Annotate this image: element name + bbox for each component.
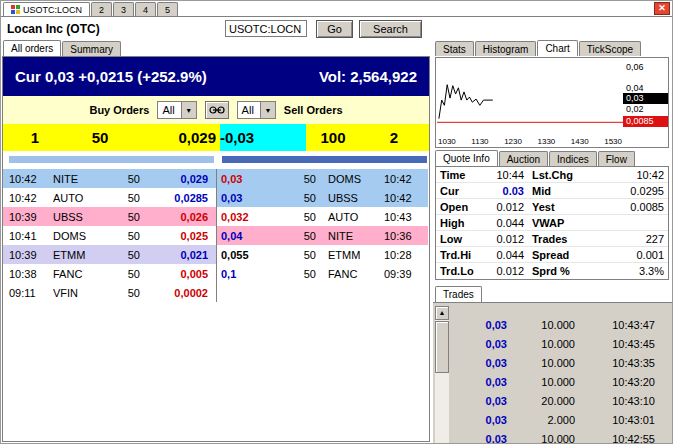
best-ask-orders: 2 — [381, 129, 407, 146]
go-button[interactable]: Go — [316, 20, 353, 38]
quote-row: High 0.044 VWAP — [436, 215, 668, 231]
quote-value: 0.0085 — [588, 201, 664, 213]
trade-time: 10:43:20 — [575, 376, 655, 388]
x-tick: 1030 — [438, 137, 456, 146]
ask-time: 10:42 — [384, 192, 428, 204]
search-button[interactable]: Search — [359, 20, 422, 38]
ask-row[interactable]: 0,1 50 FANC 09:39 — [217, 264, 428, 283]
ask-row[interactable]: 0,055 50 ETMM 10:28 — [217, 245, 428, 264]
tab-all-orders[interactable]: All orders — [3, 40, 61, 56]
tab-summary[interactable]: Summary — [62, 41, 121, 56]
window-tab-3[interactable]: 3 — [113, 2, 134, 16]
ask-time: 10:43 — [384, 211, 428, 223]
ask-price: 0,03 — [221, 173, 285, 185]
quote-value: 3.3% — [588, 265, 664, 277]
best-ask-size: 100 — [308, 129, 358, 146]
window-tab-5[interactable]: 5 — [157, 2, 178, 16]
trades-list: ▲ 0,03 10.000 10:43:47 0,03 10.000 10:43… — [433, 302, 672, 443]
close-icon[interactable]: ✕ — [654, 2, 670, 15]
window-tab-active[interactable]: USOTC:LOCN — [3, 2, 90, 16]
scrollbar-thumb[interactable] — [435, 321, 449, 373]
sell-filter-select[interactable]: All ▼ — [237, 101, 276, 119]
bid-row[interactable]: 10:41 DOMS 50 0,025 — [3, 226, 216, 245]
tab-indices[interactable]: Indices — [549, 151, 597, 166]
trade-size: 10.000 — [507, 433, 575, 444]
bid-mm: DOMS — [53, 230, 113, 242]
bid-price: 0,021 — [152, 249, 216, 261]
tab-tickscope[interactable]: TickScope — [579, 41, 641, 56]
buy-filter-select[interactable]: All ▼ — [157, 101, 196, 119]
bid-mm: ETMM — [53, 249, 113, 261]
window-tab-2[interactable]: 2 — [91, 2, 112, 16]
quote-row: Trd.Lo 0.012 Sprd % 3.3% — [436, 263, 668, 279]
quote-label: Trd.Hi — [440, 249, 484, 261]
ask-row[interactable]: 0,03 50 DOMS 10:42 — [217, 169, 428, 188]
tab-trades[interactable]: Trades — [435, 286, 482, 302]
ask-price: 0,032 — [221, 211, 285, 223]
trade-row: 0,03 10.000 10:43:35 — [451, 353, 664, 372]
sell-filter-value: All — [238, 104, 260, 116]
quote-value: 0.044 — [484, 249, 532, 261]
ask-time: 09:39 — [384, 268, 428, 280]
ask-size: 50 — [285, 211, 328, 223]
trade-price: 0,03 — [451, 395, 507, 407]
trade-size: 2.000 — [507, 414, 575, 426]
sell-depth-bar — [222, 156, 427, 163]
bid-row[interactable]: 10:42 NITE 50 0,029 — [3, 169, 216, 188]
ask-row[interactable]: 0,032 50 AUTO 10:43 — [217, 207, 428, 226]
tab-histogram[interactable]: Histogram — [475, 41, 537, 56]
bid-row[interactable]: 09:11 VFIN 50 0,0002 — [3, 283, 216, 302]
x-tick: 1130 — [471, 137, 488, 146]
quote-label: Spread — [532, 249, 588, 261]
ask-time: 10:36 — [384, 230, 428, 242]
ask-price: 0,1 — [221, 268, 285, 280]
trades-scrollbar[interactable]: ▲ — [435, 306, 449, 443]
bid-row[interactable]: 10:38 FANC 50 0,005 — [3, 264, 216, 283]
quote-row: Low 0.012 Trades 227 — [436, 231, 668, 247]
x-tick: 1330 — [537, 137, 555, 146]
scroll-up-icon[interactable]: ▲ — [435, 306, 449, 320]
tab-quote-info[interactable]: Quote Info — [435, 150, 498, 166]
buy-depth-bar — [9, 156, 214, 163]
bid-row[interactable]: 10:39 ETMM 50 0,021 — [3, 245, 216, 264]
bid-mm: NITE — [53, 173, 113, 185]
ask-mm: AUTO — [328, 211, 384, 223]
quote-row: Trd.Hi 0.044 Spread 0.001 — [436, 247, 668, 263]
bid-row[interactable]: 10:39 UBSS 50 0,026 — [3, 207, 216, 226]
bid-time: 10:39 — [9, 249, 53, 261]
link-buy-sell-button[interactable] — [205, 101, 229, 119]
trade-time: 10:43:01 — [575, 414, 655, 426]
orders-filter-bar: Buy Orders All ▼ All ▼ Sell Orders — [3, 96, 429, 124]
trading-app-window: USOTC:LOCN 2 3 4 5 ✕ Locan Inc (OTC) Go … — [0, 0, 673, 444]
ask-row[interactable]: 0,03 50 UBSS 10:42 — [217, 188, 428, 207]
trades-rows: 0,03 10.000 10:43:47 0,03 10.000 10:43:4… — [451, 315, 664, 443]
bid-row[interactable]: 10:42 AUTO 50 0,0285 — [3, 188, 216, 207]
trade-size: 20.000 — [507, 395, 575, 407]
tab-flow[interactable]: Flow — [598, 151, 635, 166]
depth-ratio-row — [3, 151, 429, 169]
bid-mm: UBSS — [53, 211, 113, 223]
tab-chart[interactable]: Chart — [537, 40, 577, 56]
ask-time: 10:42 — [384, 173, 428, 185]
titlebar: Locan Inc (OTC) Go Search — [1, 16, 672, 40]
ask-row[interactable]: 0,04 50 NITE 10:36 — [217, 226, 428, 245]
trade-time: 10:43:35 — [575, 357, 655, 369]
window-tab-4[interactable]: 4 — [135, 2, 156, 16]
tab-auction[interactable]: Auction — [499, 151, 548, 166]
quote-info-tabs: Quote Info Auction Indices Flow — [435, 150, 635, 166]
bid-mm: FANC — [53, 268, 113, 280]
tab-stats[interactable]: Stats — [435, 41, 474, 56]
window-tab-label: 5 — [165, 5, 170, 15]
ask-mm: UBSS — [328, 192, 384, 204]
bid-size: 50 — [113, 173, 152, 185]
best-bid-ask-row: 1 50 0,029 - 0,03 100 2 — [3, 124, 429, 151]
quote-header: Cur 0,03 +0,0215 (+252.9%) Vol: 2,564,92… — [3, 57, 429, 96]
y-tick-current-price: 0,03 — [623, 93, 668, 104]
quote-label: Time — [440, 169, 484, 181]
symbol-input[interactable] — [225, 20, 307, 37]
quote-value: 0.044 — [484, 217, 532, 229]
quote-label: Open — [440, 201, 484, 213]
bid-time: 09:11 — [9, 287, 53, 299]
window-tab-label: USOTC:LOCN — [23, 5, 82, 15]
trade-row: 0,03 20.000 10:43:10 — [451, 391, 664, 410]
